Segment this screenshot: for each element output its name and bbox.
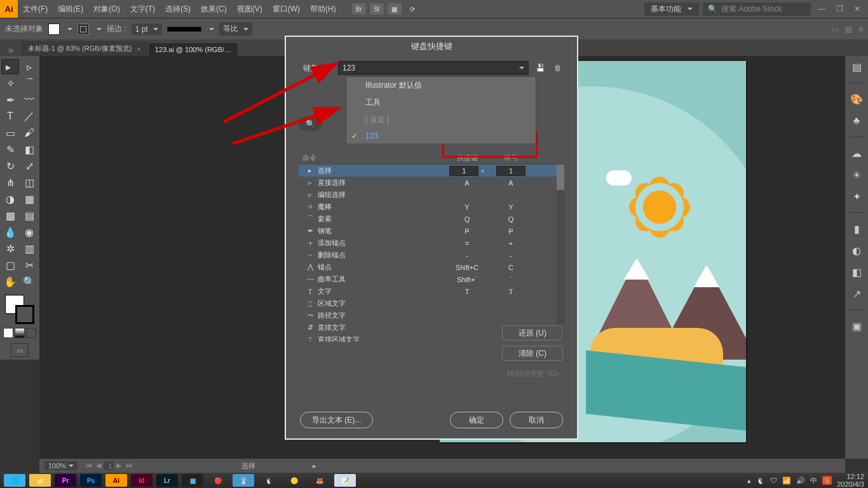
stroke-dropdown[interactable] (94, 25, 102, 34)
panel-appearance-icon[interactable]: ↗ (850, 287, 864, 301)
tray-volume-icon[interactable]: 🔊 (796, 477, 805, 485)
save-set-icon[interactable]: 💾 (534, 62, 546, 74)
fill-swatch[interactable] (48, 24, 60, 35)
prefs-icon[interactable]: ▥ (845, 25, 852, 34)
nav-next[interactable]: ▶ (114, 461, 123, 470)
mode-color[interactable] (3, 328, 13, 338)
set-option-custom[interactable]: [ 自定 ] (346, 111, 536, 128)
artboard-number[interactable]: 1 (104, 461, 113, 470)
tab-doc1[interactable]: 未标题-1 @ 83% (RGB/像素预览)× (22, 41, 147, 56)
tool-lasso[interactable]: ⌒ (20, 76, 38, 91)
uniform-scale[interactable]: 等比 (219, 22, 252, 36)
export-text-button[interactable]: 导出文本 (E)... (300, 412, 373, 428)
tabs-drawer-icon[interactable]: » (5, 44, 17, 56)
ok-button[interactable]: 确定 (450, 412, 503, 428)
tool-selection[interactable]: ▸ (1, 59, 19, 74)
tool-free-transform[interactable]: ◫ (20, 175, 38, 190)
workspace-dropdown[interactable]: 基本功能 (644, 3, 699, 16)
tool-type[interactable]: T (1, 109, 19, 124)
menu-view[interactable]: 视图(V) (232, 4, 268, 15)
fill-stroke-control[interactable] (5, 295, 34, 324)
tool-eyedropper[interactable]: 💧 (1, 224, 19, 240)
tool-shape-builder[interactable]: ◑ (1, 191, 19, 207)
tool-paintbrush[interactable]: 🖌 (20, 125, 38, 140)
panel-libraries-icon[interactable]: ☁ (850, 146, 864, 160)
task-notes[interactable]: 📝 (334, 474, 356, 487)
tool-curvature[interactable]: 〰 (20, 92, 38, 107)
table-row[interactable]: T文字TT (299, 285, 564, 297)
menu-type[interactable]: 文字(T) (125, 4, 160, 15)
set-option-default[interactable]: Illustrator 默认值 (346, 77, 536, 94)
menu-select[interactable]: 选择(S) (160, 4, 196, 15)
bridge-icon[interactable]: Br (352, 3, 366, 15)
menu-effect[interactable]: 效果(C) (196, 4, 232, 15)
task-firefox[interactable]: 🦊 (309, 474, 330, 487)
menu-object[interactable]: 对象(O) (88, 4, 125, 15)
gpu-icon[interactable]: ⟳ (405, 3, 419, 15)
tool-graph[interactable]: ▥ (20, 241, 38, 256)
stock-search[interactable]: 🔍 搜索 Adobe Stock (703, 3, 811, 16)
arrange-docs-icon[interactable]: ▦ (388, 3, 402, 15)
tool-rotate[interactable]: ↻ (1, 158, 19, 173)
task-photoshop[interactable]: Ps (80, 474, 102, 487)
table-row[interactable]: ▸选择 × (299, 165, 564, 177)
tool-direct-select[interactable]: ▹ (20, 59, 38, 74)
mode-none[interactable] (26, 328, 36, 338)
menu-help[interactable]: 帮助(H) (305, 4, 341, 15)
table-scrollbar[interactable] (557, 165, 564, 342)
task-qq[interactable]: 🐧 (258, 474, 280, 487)
tool-mesh[interactable]: ▩ (1, 208, 19, 223)
tray-ime-icon[interactable]: 中 (810, 476, 817, 485)
task-lightroom[interactable]: Lr (156, 474, 178, 487)
clear-button[interactable]: 清除 (C) (502, 346, 563, 361)
symbol-input[interactable] (496, 166, 526, 176)
panel-symbols-icon[interactable]: ✦ (850, 189, 864, 203)
tool-scale[interactable]: ⤢ (20, 158, 38, 173)
stroke-color[interactable] (15, 305, 34, 324)
task-chrome[interactable]: 🟡 (283, 474, 305, 487)
tab-doc2[interactable]: 123.ai @ 100% (RGB/… (149, 43, 238, 56)
task-app2[interactable]: 🔴 (207, 474, 229, 487)
table-row[interactable]: 〰曲率工具Shift+`` (299, 273, 564, 285)
tray-sogou-icon[interactable]: S (822, 476, 832, 485)
tool-shaper[interactable]: ✎ (1, 142, 19, 157)
tool-perspective[interactable]: ▦ (20, 191, 38, 207)
panel-stroke-icon[interactable]: ▮ (850, 222, 864, 236)
task-explorer[interactable]: 📁 (29, 474, 51, 487)
stroke-style-dropdown[interactable] (207, 25, 214, 34)
delete-set-icon[interactable]: 🗑 (552, 62, 564, 74)
doc-setup-icon[interactable]: ▭ (832, 25, 839, 34)
screen-mode[interactable]: ▭ (11, 343, 29, 357)
panel-gradient-icon[interactable]: ◐ (850, 243, 864, 257)
cancel-button[interactable]: 取消 (510, 412, 563, 428)
task-premiere[interactable]: Pr (55, 474, 76, 487)
tool-zoom[interactable]: 🔍 (20, 274, 38, 289)
scrollbar-thumb[interactable] (557, 165, 564, 190)
zoom-dropdown[interactable]: 100% (44, 461, 78, 470)
task-indesign[interactable]: Id (131, 474, 153, 487)
tool-symbol-spray[interactable]: ✲ (1, 241, 19, 256)
nav-last[interactable]: ⏭ (125, 461, 133, 470)
table-row[interactable]: －删除锚点-- (299, 249, 564, 261)
menu-edit[interactable]: 编辑(E) (53, 4, 88, 15)
table-row[interactable]: ✧魔棒YY (299, 201, 564, 213)
nav-first[interactable]: ⏮ (84, 461, 93, 470)
tool-line[interactable]: ／ (20, 109, 38, 124)
table-row[interactable]: ⌶区域文字 (299, 297, 564, 309)
table-row[interactable]: ⌒套索QQ (299, 213, 564, 225)
tool-width[interactable]: ⋔ (1, 175, 19, 190)
nav-prev[interactable]: ◀ (94, 461, 103, 470)
table-row[interactable]: ⤳路径文字 (299, 309, 564, 322)
panel-color-icon[interactable]: 🎨 (850, 92, 864, 106)
tool-rectangle[interactable]: ▭ (1, 125, 19, 140)
window-restore[interactable]: ❐ (832, 3, 846, 15)
stock-icon[interactable]: St (370, 3, 384, 15)
set-option-123[interactable]: ✓123 (346, 128, 536, 144)
close-icon[interactable]: × (137, 45, 140, 53)
mode-gradient[interactable] (15, 328, 25, 338)
stroke-weight[interactable]: 1 pt (132, 24, 162, 35)
undo-button[interactable]: 还原 (U) (502, 325, 563, 341)
tool-artboard[interactable]: ▢ (1, 257, 19, 273)
tool-hand[interactable]: ✋ (1, 274, 19, 289)
window-minimize[interactable]: — (815, 3, 829, 15)
